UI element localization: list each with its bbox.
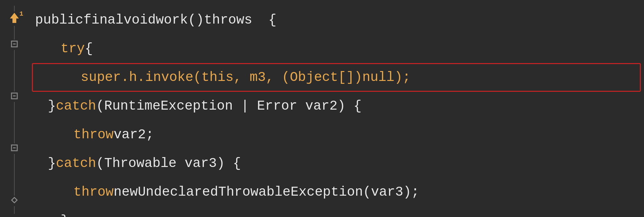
keyword-throw-1: throw (73, 120, 114, 149)
brace-open-2: { (85, 34, 93, 63)
brace-close-6: } (48, 149, 56, 178)
invoke-expression: super.h.invoke(this, m3, (Object[])null)… (81, 63, 410, 92)
gutter-row-1: 1 (0, 6, 29, 32)
keyword-catch-2: catch (56, 149, 96, 178)
svg-rect-7 (12, 197, 17, 203)
gutter-row-2 (0, 32, 29, 58)
gutter-row-5 (0, 110, 29, 136)
code-line-1: public final void work() throws { (35, 6, 638, 34)
code-line-6: } catch (Throwable var3) { (35, 149, 638, 178)
brace-close-4: } (48, 92, 56, 120)
keyword-try: try (61, 34, 85, 63)
code-line-2: try { (35, 34, 638, 63)
gutter: 1 (0, 3, 29, 214)
method-name: work() (156, 6, 204, 34)
brace-close-8: } (61, 206, 69, 217)
diamond-icon-8 (10, 196, 19, 206)
code-line-4: } catch (RuntimeException | Error var2) … (35, 92, 638, 120)
keyword-public: public (35, 6, 83, 34)
catch-params-1: (RuntimeException | Error var2) { (96, 92, 362, 120)
arrow-up-icon: 1 (8, 11, 21, 26)
throw-var2: var2; (114, 120, 154, 149)
gutter-row-4 (0, 84, 29, 110)
svg-marker-0 (10, 13, 19, 23)
code-line-3-highlighted: super.h.invoke(this, m3, (Object[])null)… (32, 63, 641, 92)
keyword-void: void (124, 6, 156, 34)
keyword-throws: throws (204, 6, 252, 34)
undeclared-exception: UndeclaredThrowableException(var3); (138, 178, 419, 206)
gutter-row-7 (0, 162, 29, 188)
gutter-row-6 (0, 136, 29, 162)
catch-params-2: (Throwable var3) { (96, 149, 241, 178)
keyword-new: new (114, 178, 138, 206)
keyword-final: final (83, 6, 124, 34)
square-icon-6 (10, 143, 19, 154)
keyword-throw-2: throw (73, 178, 114, 206)
square-icon-4 (10, 91, 19, 102)
code-line-5: throw var2; (35, 120, 638, 149)
gutter-row-3 (0, 58, 29, 84)
code-line-8: } (35, 206, 638, 217)
code-area: public final void work() throws { try { … (29, 3, 644, 214)
brace-open-1: { (252, 6, 277, 34)
gutter-row-8 (0, 188, 29, 214)
square-icon-2 (10, 40, 19, 50)
editor-container: 1 (0, 0, 644, 217)
code-line-7: throw new UndeclaredThrowableException(v… (35, 178, 638, 206)
keyword-catch-1: catch (56, 92, 96, 120)
